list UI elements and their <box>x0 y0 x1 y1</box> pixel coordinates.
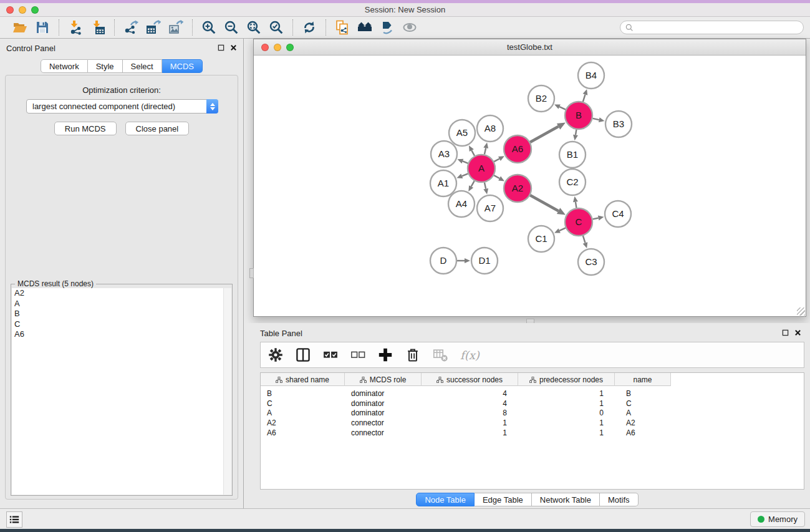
zoom-fit-button[interactable] <box>243 18 265 37</box>
graph-edge[interactable] <box>530 127 558 142</box>
table-header-row[interactable]: shared nameMCDS rolesuccessor nodesprede… <box>261 373 671 386</box>
result-item[interactable]: A6 <box>12 329 231 340</box>
tab-edge-table[interactable]: Edge Table <box>475 493 532 506</box>
close-panel-button[interactable]: Close panel <box>125 122 190 135</box>
graph-node-D[interactable]: D <box>430 248 456 274</box>
table-cell[interactable]: A6 <box>261 428 345 437</box>
table-cell[interactable]: 4 <box>422 389 518 398</box>
tab-select[interactable]: Select <box>123 59 162 73</box>
graph-edge[interactable] <box>583 236 586 243</box>
graph-edge[interactable] <box>471 181 475 186</box>
table-row[interactable]: Cdominator41C <box>261 399 804 409</box>
table-cell[interactable]: 1 <box>518 389 615 398</box>
result-item[interactable]: B <box>12 309 231 319</box>
graph-node-C1[interactable]: C1 <box>528 226 554 252</box>
graph-edge[interactable] <box>471 150 475 156</box>
deselect-all-button[interactable] <box>350 347 365 362</box>
run-mcds-button[interactable]: Run MCDS <box>54 122 117 135</box>
table-cell[interactable]: B <box>615 389 671 398</box>
table-cell[interactable]: A <box>615 409 671 417</box>
splitter-handle[interactable] <box>249 268 254 278</box>
table-cell[interactable]: 1 <box>518 399 615 408</box>
network-window[interactable]: testGlobe.txt B4B2BB3A8A5A6A3B1AC2A1A2A4… <box>253 39 806 317</box>
graph-edge[interactable] <box>592 118 599 120</box>
zoom-in-button[interactable] <box>198 18 220 37</box>
home-button[interactable] <box>354 18 376 37</box>
table-cell[interactable]: connector <box>345 418 422 427</box>
graph-edge[interactable] <box>485 148 486 154</box>
column-header-successor-nodes[interactable]: successor nodes <box>422 373 518 386</box>
graph-node-C4[interactable]: C4 <box>605 201 631 227</box>
graph-node-A6[interactable]: A6 <box>504 135 531 163</box>
graph-node-A1[interactable]: A1 <box>430 170 456 196</box>
import-network-button[interactable] <box>64 18 87 37</box>
select-all-button[interactable] <box>323 347 338 362</box>
tab-mcds[interactable]: MCDS <box>162 59 203 73</box>
tab-network-table[interactable]: Network Table <box>532 493 600 506</box>
column-header-MCDS-role[interactable]: MCDS role <box>345 373 422 386</box>
table-cell[interactable]: dominator <box>345 399 422 408</box>
mcds-result-list[interactable]: A2ABCA6 <box>12 288 231 495</box>
graph-node-A3[interactable]: A3 <box>431 141 457 167</box>
graph-edge[interactable] <box>559 228 566 230</box>
graph-node-B4[interactable]: B4 <box>578 62 604 89</box>
table-cell[interactable]: 1 <box>422 418 518 427</box>
table-row[interactable]: A2connector11A2 <box>261 418 804 428</box>
table-cell[interactable]: 0 <box>518 409 615 417</box>
node-table[interactable]: shared nameMCDS rolesuccessor nodesprede… <box>260 372 804 490</box>
graph-edge[interactable] <box>583 95 586 102</box>
table-cell[interactable]: dominator <box>345 389 422 398</box>
graph-node-A7[interactable]: A7 <box>477 195 503 221</box>
table-cell[interactable]: dominator <box>345 409 422 417</box>
float-panel-icon[interactable] <box>782 329 789 336</box>
graph-edge[interactable] <box>485 182 486 188</box>
tab-node-table[interactable]: Node Table <box>416 493 475 506</box>
graph-edge[interactable] <box>576 130 576 135</box>
graph-edge[interactable] <box>593 218 599 219</box>
result-item[interactable]: A2 <box>12 288 231 299</box>
table-cell[interactable]: A2 <box>615 418 671 427</box>
import-table-button[interactable] <box>87 18 109 37</box>
table-cell[interactable]: C <box>615 399 671 408</box>
refresh-layout-button[interactable] <box>298 18 321 37</box>
result-scrollbar[interactable] <box>223 288 231 495</box>
tab-motifs[interactable]: Motifs <box>600 493 639 506</box>
export-table-button[interactable] <box>142 18 165 37</box>
graph-edge[interactable] <box>576 202 577 208</box>
graph-edge[interactable] <box>494 175 499 178</box>
graph-node-D1[interactable]: D1 <box>471 248 498 274</box>
table-cell[interactable]: C <box>261 399 345 408</box>
graph-node-B[interactable]: B <box>565 102 592 129</box>
show-columns-button[interactable] <box>296 347 311 362</box>
table-cell[interactable]: 1 <box>518 418 615 427</box>
clone-network-button[interactable] <box>331 18 354 37</box>
table-cell[interactable]: 4 <box>422 399 518 408</box>
graph-node-A8[interactable]: A8 <box>477 115 503 142</box>
search-field[interactable] <box>620 21 804 34</box>
table-cell[interactable]: A6 <box>615 428 671 437</box>
network-window-titlebar[interactable]: testGlobe.txt <box>254 39 806 56</box>
criterion-dropdown[interactable]: largest connected component (directed) <box>26 99 218 114</box>
graph-node-B3[interactable]: B3 <box>605 111 632 137</box>
table-row[interactable]: Bdominator41B <box>261 389 804 399</box>
table-cell[interactable]: 8 <box>422 409 518 417</box>
close-panel-icon[interactable] <box>230 44 237 51</box>
graph-edge[interactable] <box>530 195 558 211</box>
graph-node-C2[interactable]: C2 <box>559 169 586 195</box>
graph-node-A2[interactable]: A2 <box>504 175 531 202</box>
table-cell[interactable]: A <box>261 409 345 417</box>
memory-button[interactable]: Memory <box>750 511 805 527</box>
network-canvas[interactable]: B4B2BB3A8A5A6A3B1AC2A1A2A4A7C4CC1DD1C3 <box>254 56 806 316</box>
graph-node-C3[interactable]: C3 <box>578 249 604 275</box>
search-input[interactable] <box>637 22 798 32</box>
table-body[interactable]: Bdominator41BCdominator41CAdominator80AA… <box>261 386 804 438</box>
table-cell[interactable]: A2 <box>261 418 345 427</box>
graph-node-B1[interactable]: B1 <box>559 142 586 168</box>
graph-node-A4[interactable]: A4 <box>448 191 475 217</box>
zoom-out-button[interactable] <box>220 18 243 37</box>
add-column-button[interactable] <box>378 347 393 362</box>
export-image-button[interactable] <box>165 18 187 37</box>
float-panel-icon[interactable] <box>218 44 224 51</box>
table-row[interactable]: Adominator80A <box>261 409 804 418</box>
result-item[interactable]: A <box>12 299 231 309</box>
